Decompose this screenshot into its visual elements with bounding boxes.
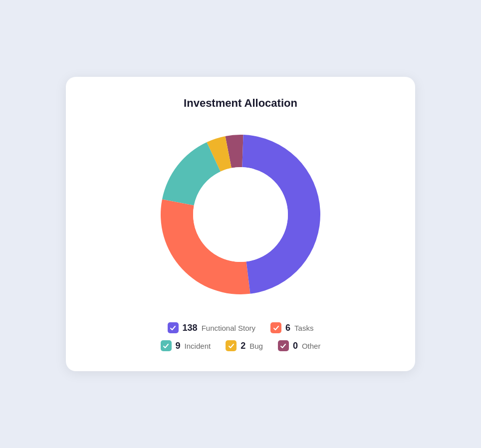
- donut-hole-circle: [193, 167, 288, 262]
- legend-checkbox-functional-story: [168, 322, 179, 333]
- check-icon-bug: [228, 343, 235, 349]
- card-title: Investment Allocation: [91, 97, 390, 110]
- legend-checkbox-tasks: [270, 322, 281, 333]
- legend-count-incident: 9: [176, 341, 181, 351]
- legend-item-functional-story: 138 Functional Story: [168, 322, 255, 333]
- donut-chart-container: [91, 125, 390, 304]
- legend-item-other: 0 Other: [278, 340, 321, 351]
- legend-count-functional-story: 138: [183, 323, 198, 333]
- legend-item-bug: 2 Bug: [226, 340, 263, 351]
- legend-checkbox-incident: [161, 340, 172, 351]
- check-icon-tasks: [273, 325, 279, 331]
- legend-row-1: 138 Functional Story 6 Tasks: [168, 322, 314, 333]
- legend-count-bug: 2: [240, 341, 245, 351]
- legend-checkbox-bug: [226, 340, 237, 351]
- legend-label-bug: Bug: [249, 342, 263, 350]
- check-icon-other: [280, 343, 286, 349]
- investment-allocation-card: Investment Allocation: [66, 77, 415, 371]
- legend-label-functional-story: Functional Story: [202, 324, 255, 332]
- legend-count-other: 0: [293, 341, 298, 351]
- check-icon-incident: [163, 343, 169, 349]
- legend-label-incident: Incident: [185, 342, 211, 350]
- legend-item-tasks: 6 Tasks: [270, 322, 313, 333]
- legend-label-tasks: Tasks: [294, 324, 313, 332]
- legend-item-incident: 9 Incident: [161, 340, 211, 351]
- donut-chart: [151, 125, 330, 304]
- chart-legend: 138 Functional Story 6 Tasks: [91, 322, 390, 351]
- check-icon-functional-story: [170, 325, 176, 331]
- legend-count-tasks: 6: [285, 323, 290, 333]
- legend-row-2: 9 Incident 2 Bug 0: [161, 340, 321, 351]
- legend-checkbox-other: [278, 340, 289, 351]
- legend-label-other: Other: [302, 342, 321, 350]
